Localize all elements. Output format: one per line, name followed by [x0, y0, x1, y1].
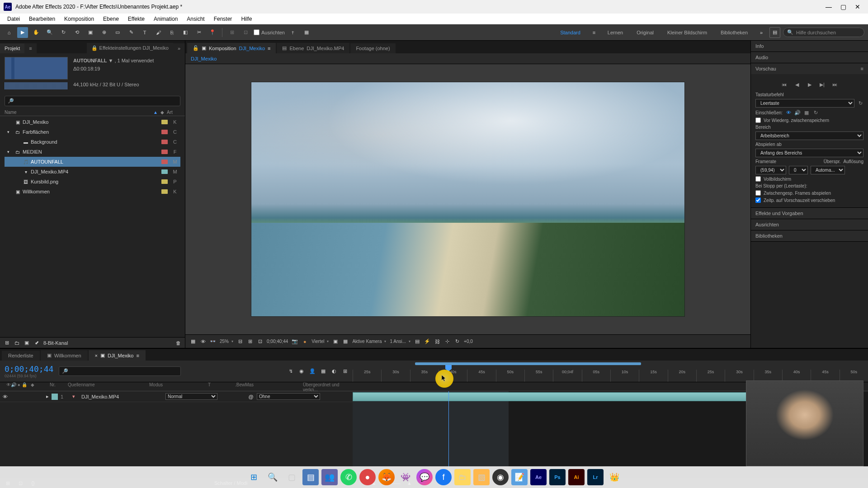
blend-mode-select[interactable]: Normal — [165, 393, 217, 400]
loop-icon[interactable]: ↻ — [812, 109, 819, 116]
pan-behind-tool[interactable]: ⊕ — [99, 27, 109, 38]
project-item[interactable]: ▾🗀FarbflächenC — [5, 127, 180, 137]
menu-fenster[interactable]: Fenster — [209, 14, 237, 23]
col-name[interactable]: Name — [5, 110, 153, 115]
tab-menu-icon[interactable]: ≡ — [268, 46, 270, 51]
workspace-menu-icon[interactable]: ≡ — [589, 27, 599, 38]
next-frame-button[interactable]: ▶| — [818, 80, 826, 89]
label-color[interactable] — [161, 120, 168, 124]
visibility-icon[interactable]: 👁 — [3, 394, 9, 399]
last-frame-button[interactable]: ⏭ — [831, 80, 839, 89]
minimize-button[interactable]: — — [826, 4, 832, 10]
views-dropdown[interactable]: 1 Ansi... — [390, 339, 410, 344]
col-parent[interactable]: Übergeordnet und verkn... — [303, 382, 353, 391]
timeline-ruler[interactable]: 25s30s35s40s45s50s55s00;04f05s10s15s20s2… — [353, 361, 868, 382]
composition-viewer[interactable] — [185, 64, 750, 334]
audio-panel-header[interactable]: Audio — [751, 52, 868, 63]
new-folder-icon[interactable]: 🗀 — [14, 340, 20, 346]
orbit-tool[interactable]: ↻ — [58, 27, 69, 38]
menu-effekte[interactable]: Effekte — [123, 14, 149, 23]
help-search[interactable]: 🔍 Hilfe durchsuchen — [783, 28, 864, 37]
timeline-timecode[interactable]: 0;00;40;44 — [5, 364, 53, 374]
roto-tool[interactable]: ✂ — [193, 27, 204, 38]
play-button[interactable]: ▶ — [806, 80, 814, 89]
mesh-icon[interactable]: ⊞ — [226, 27, 237, 38]
include-video-icon[interactable]: 👁 — [785, 109, 792, 116]
footage-tab[interactable]: Footage (ohne) — [350, 43, 395, 53]
menu-ebene[interactable]: Ebene — [99, 14, 123, 23]
workspace-lernen[interactable]: Lernen — [602, 28, 628, 37]
mesh2-icon[interactable]: ⊡ — [240, 27, 251, 38]
project-search[interactable]: 🔎 — [5, 96, 180, 106]
prev-frame-button[interactable]: ◀ — [793, 80, 801, 89]
menu-ansicht[interactable]: Ansicht — [182, 14, 209, 23]
menu-hilfe[interactable]: Hilfe — [236, 14, 256, 23]
col-mode[interactable]: Modus — [149, 382, 208, 391]
new-comp-icon[interactable]: ▣ — [24, 340, 30, 346]
menu-datei[interactable]: Datei — [3, 14, 24, 23]
app-icon[interactable]: ● — [359, 469, 376, 485]
search-taskbar-icon[interactable]: 🔍 — [264, 469, 281, 485]
project-item[interactable]: 🖼Kursbild.pngP — [5, 177, 180, 187]
guides-icon[interactable]: ⊡ — [257, 338, 263, 345]
pen-tool[interactable]: ✎ — [126, 27, 137, 38]
rotate-tool[interactable]: ⟲ — [71, 27, 82, 38]
reset-exposure-icon[interactable]: ↻ — [454, 338, 460, 345]
effects-panel-header[interactable]: Effekte und Vorgaben — [751, 208, 868, 219]
libraries-panel-header[interactable]: Bibliotheken — [751, 230, 868, 241]
label-color[interactable] — [161, 140, 168, 144]
menu-komposition[interactable]: Komposition — [60, 14, 99, 23]
project-item[interactable]: ▾🗀MEDIENF — [5, 147, 180, 157]
clone-tool[interactable]: ⎘ — [166, 27, 177, 38]
viewer-content[interactable] — [251, 82, 685, 317]
frame-blend-icon[interactable]: ▦ — [320, 368, 326, 375]
transparency-icon[interactable]: ▦ — [342, 338, 349, 345]
workspace-original[interactable]: Original — [631, 28, 659, 37]
menu-animation[interactable]: Animation — [149, 14, 182, 23]
motion-blur-icon[interactable]: ◐ — [331, 368, 337, 375]
messenger-icon[interactable]: 💬 — [416, 469, 433, 485]
workspace-bibliotheken[interactable]: Bibliotheken — [715, 28, 753, 37]
roi-icon[interactable]: ▣ — [332, 338, 339, 345]
interpret-icon[interactable]: ⊞ — [4, 340, 10, 346]
cached-frames-checkbox[interactable] — [755, 190, 761, 196]
project-item[interactable]: ▣WillkommenK — [5, 187, 180, 197]
project-item[interactable]: ▬BackgroundC — [5, 137, 180, 147]
timeline-comp-tab[interactable]: ×▣DJI_Mexiko≡ — [89, 350, 146, 361]
col-trkmat[interactable]: T — [208, 382, 235, 391]
ai-taskbar-icon[interactable]: Ai — [568, 469, 585, 485]
explorer-icon[interactable]: ▤ — [302, 469, 319, 485]
workspace-overflow-icon[interactable]: » — [756, 27, 767, 38]
facebook-icon[interactable]: f — [435, 469, 452, 485]
rect-tool[interactable]: ▭ — [112, 27, 123, 38]
renderlist-tab[interactable]: Renderliste — [2, 351, 40, 361]
fullscreen-checkbox[interactable] — [755, 176, 761, 182]
selection-tool[interactable]: ▶ — [17, 27, 28, 38]
maximize-button[interactable]: ▢ — [840, 4, 846, 10]
zoom-dropdown[interactable]: 25% — [220, 339, 233, 344]
effect-controls-tab[interactable]: 🔒 Effekteinstellungen DJI_Mexiko — [87, 43, 173, 53]
label-color[interactable] — [161, 189, 168, 194]
pixel-aspect-icon[interactable]: ▤ — [414, 338, 420, 345]
parent-select[interactable]: Ohne — [257, 393, 320, 400]
shortcut-select[interactable]: Leertaste — [755, 99, 854, 108]
effect-overflow[interactable]: » — [173, 43, 185, 53]
firefox-icon[interactable]: 🦊 — [378, 469, 395, 485]
teams-icon[interactable]: 👥 — [321, 469, 338, 485]
ps-taskbar-icon[interactable]: Ps — [549, 469, 566, 485]
label-color[interactable] — [161, 169, 168, 174]
snap2-icon[interactable]: ▦ — [301, 27, 312, 38]
shy-icon[interactable]: 👤 — [309, 368, 316, 375]
align-panel-header[interactable]: Ausrichten — [751, 219, 868, 230]
notepad-icon[interactable]: 📝 — [511, 469, 528, 485]
resolution-select[interactable]: Automa... — [811, 166, 845, 174]
ae-taskbar-icon[interactable]: Ae — [530, 469, 547, 485]
project-item[interactable]: 🎵AUTOUNFALLM — [5, 157, 180, 167]
expand-icon[interactable]: ▾ — [7, 130, 13, 134]
obs-icon[interactable]: ◉ — [492, 469, 509, 485]
col-label-icon[interactable]: ◆ — [158, 110, 167, 115]
include-audio-icon[interactable]: 🔊 — [794, 109, 801, 116]
panel-toggle-icon[interactable]: ▤ — [769, 27, 780, 38]
close-button[interactable]: ✕ — [854, 4, 861, 10]
move-time-checkbox[interactable] — [755, 197, 761, 203]
